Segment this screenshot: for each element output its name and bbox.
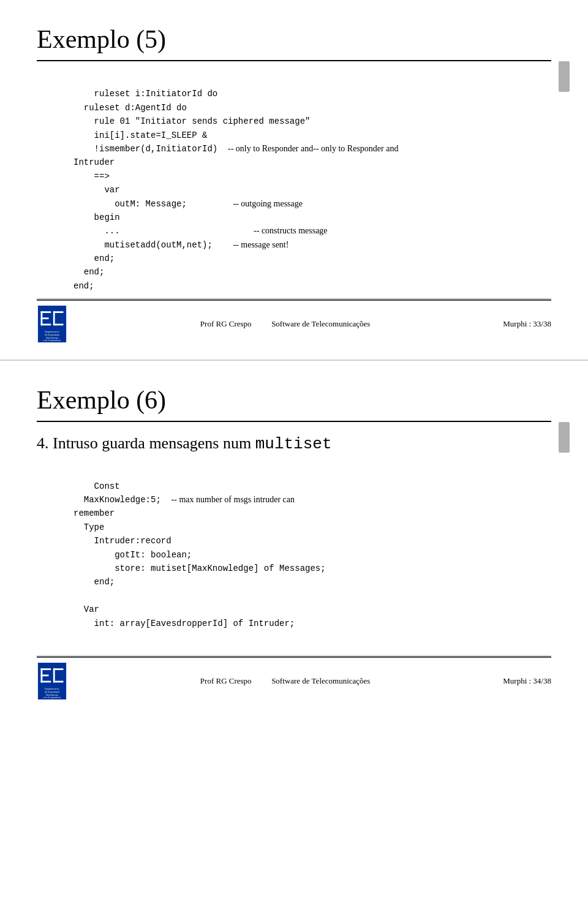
code-block-1: ruleset i:InitiatorId do ruleset d:Agent… [74,73,551,293]
svg-rect-6 [53,311,55,325]
svg-rect-16 [41,681,51,683]
subtitle-mono: multiset [255,435,332,453]
slide-1: Exemplo (5) ruleset i:InitiatorId do rul… [0,0,588,361]
svg-text:Departamento: Departamento [45,331,59,334]
comment-message-sent: -- message sent! [233,240,288,249]
slide2-subtitle: 4. Intruso guarda mensagens num multiset [37,434,551,453]
scrollbar-2[interactable] [559,422,570,453]
svg-rect-7 [53,324,64,326]
scrollbar[interactable] [559,61,570,92]
svg-rect-4 [41,324,51,326]
subject-1: Software de Telecomunicações [271,319,370,328]
logo-svg-2: Departamento de Engenharia Electrotécnic… [37,663,67,699]
footer-left-2: Departamento de Engenharia Electrotécnic… [37,663,67,699]
svg-rect-19 [53,681,64,683]
svg-text:de Engenharia: de Engenharia [45,334,60,336]
code-remember: remember Type Intruder:record gotIt: boo… [74,508,326,628]
code-comment-only: -- only to Responder and [313,144,398,153]
svg-text:de Engenharia: de Engenharia [45,691,60,693]
comment-only-to: -- only to Responder and [228,144,313,153]
footer-page-1: Murphi : 33/38 [503,319,551,329]
slide-2: Exemplo (6) 4. Intruso guarda mensagens … [0,361,588,717]
svg-rect-18 [53,669,55,683]
svg-rect-3 [41,318,49,320]
comment-constructs: -- constructs message [254,226,328,235]
footer-page-2: Murphi : 34/38 [503,676,551,686]
svg-text:e de Computadores: e de Computadores [43,696,61,699]
svg-text:Departamento: Departamento [45,688,59,691]
slide1-title: Exemplo (5) [37,24,551,54]
footer-prof-1: Prof RG Crespo Software de Telecomunicaç… [200,319,371,329]
footer-prof-2: Prof RG Crespo Software de Telecomunicaç… [200,676,371,686]
code-const: Const MaxKnowledge:5; [74,481,172,505]
svg-rect-15 [41,675,49,677]
svg-text:Electrotécnica: Electrotécnica [46,337,58,339]
code-line-ismember: !ismember(d,InitiatorId) [94,144,228,154]
slide2-footer: Departamento de Engenharia Electrotécnic… [37,656,551,704]
prof-name-1: Prof RG Crespo [200,319,252,328]
code-intruder: Intruder [74,157,115,167]
slide1-footer: Departamento de Engenharia Electrotécnic… [37,299,551,347]
title-divider [37,60,551,61]
footer-left-1: Departamento de Engenharia Electrotécnic… [37,306,67,342]
slide2-title: Exemplo (6) [37,385,551,415]
comment-outgoing: -- outgoing message [233,199,303,208]
code-block-2: Const MaxKnowledge:5; -- max number of m… [74,465,551,644]
comment-max: -- max number of msgs intruder can [172,495,295,504]
svg-text:Electrotécnica: Electrotécnica [46,694,58,696]
subtitle-text: 4. Intruso guarda mensagens num [37,434,255,452]
title-divider-2 [37,421,551,422]
subject-2: Software de Telecomunicações [271,676,370,685]
logo-svg-1: Departamento de Engenharia Electrotécnic… [37,306,67,342]
svg-text:e de Computadores: e de Computadores [43,339,61,342]
prof-name-2: Prof RG Crespo [200,676,252,685]
